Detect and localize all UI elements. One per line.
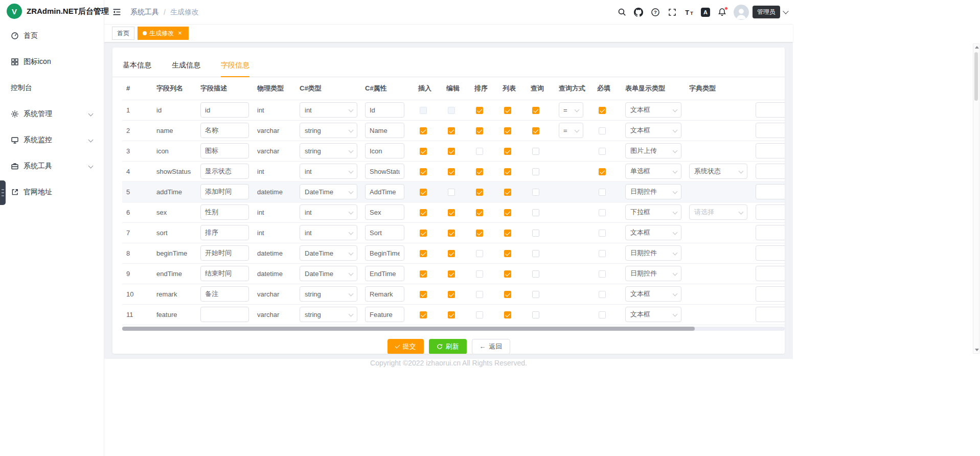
cs-type-select[interactable]: int bbox=[300, 164, 357, 179]
list-checkbox[interactable] bbox=[504, 189, 511, 196]
cs-type-select[interactable]: string bbox=[300, 123, 357, 138]
sort-checkbox[interactable] bbox=[476, 127, 483, 134]
desc-input[interactable] bbox=[200, 307, 249, 322]
font-size-icon[interactable]: TT bbox=[684, 7, 694, 17]
extra-input[interactable] bbox=[756, 204, 785, 220]
extra-input[interactable] bbox=[756, 102, 785, 118]
query-checkbox[interactable] bbox=[532, 168, 539, 175]
desc-input[interactable] bbox=[200, 204, 249, 220]
list-checkbox[interactable] bbox=[504, 291, 511, 298]
refresh-button[interactable]: 刷新 bbox=[429, 339, 467, 354]
desc-input[interactable] bbox=[200, 184, 249, 199]
cs-type-select[interactable]: int bbox=[300, 102, 357, 118]
html-type-select[interactable]: 日期控件 bbox=[625, 245, 681, 261]
vertical-scrollbar[interactable] bbox=[973, 43, 979, 354]
edit-checkbox[interactable] bbox=[448, 148, 455, 155]
sort-checkbox[interactable] bbox=[476, 189, 483, 196]
list-checkbox[interactable] bbox=[504, 148, 511, 155]
insert-checkbox[interactable] bbox=[420, 311, 427, 318]
required-checkbox[interactable] bbox=[599, 209, 606, 216]
sort-checkbox[interactable] bbox=[476, 209, 483, 216]
sort-checkbox[interactable] bbox=[476, 230, 483, 237]
sort-checkbox[interactable] bbox=[476, 291, 483, 298]
help-icon[interactable]: ? bbox=[650, 7, 660, 17]
edit-checkbox[interactable] bbox=[448, 230, 455, 237]
desc-input[interactable] bbox=[200, 225, 249, 240]
sort-checkbox[interactable] bbox=[476, 107, 483, 114]
desc-input[interactable] bbox=[200, 245, 249, 261]
cs-attr-input[interactable] bbox=[365, 143, 404, 158]
cs-type-select[interactable]: DateTime bbox=[300, 184, 357, 199]
html-type-select[interactable]: 下拉框 bbox=[625, 204, 681, 220]
dict-type-select[interactable]: 系统状态 bbox=[689, 164, 747, 179]
list-checkbox[interactable] bbox=[504, 250, 511, 257]
scroll-down-arrow[interactable] bbox=[975, 349, 979, 351]
cs-type-select[interactable]: DateTime bbox=[300, 245, 357, 261]
cs-attr-input[interactable] bbox=[365, 204, 404, 220]
cs-type-select[interactable]: DateTime bbox=[300, 266, 357, 281]
sidebar-item-home[interactable]: 首页 bbox=[0, 22, 104, 49]
settings-drawer-handle[interactable] bbox=[0, 180, 6, 205]
extra-input[interactable] bbox=[756, 184, 785, 199]
sidebar-item-system-tools[interactable]: 系统工具 bbox=[0, 153, 104, 179]
desc-input[interactable] bbox=[200, 143, 249, 158]
notification-bell-icon[interactable] bbox=[717, 7, 727, 17]
horizontal-scrollbar-thumb[interactable] bbox=[122, 327, 695, 331]
tab-gen-info[interactable]: 生成信息 bbox=[172, 61, 200, 77]
sidebar-item-system-admin[interactable]: 系统管理 bbox=[0, 101, 104, 127]
required-checkbox[interactable] bbox=[599, 148, 606, 155]
cs-attr-input[interactable] bbox=[365, 266, 404, 281]
edit-checkbox[interactable] bbox=[448, 291, 455, 298]
insert-checkbox[interactable] bbox=[420, 127, 427, 134]
cs-attr-input[interactable] bbox=[365, 164, 404, 179]
list-checkbox[interactable] bbox=[504, 311, 511, 318]
breadcrumb-item[interactable]: 系统工具 bbox=[130, 8, 159, 17]
cs-type-select[interactable]: string bbox=[300, 307, 357, 322]
edit-checkbox[interactable] bbox=[448, 127, 455, 134]
edit-checkbox[interactable] bbox=[448, 209, 455, 216]
query-checkbox[interactable] bbox=[532, 148, 539, 155]
sidebar-collapse-button[interactable] bbox=[111, 7, 122, 17]
query-checkbox[interactable] bbox=[532, 230, 539, 237]
html-type-select[interactable]: 文本框 bbox=[625, 123, 681, 138]
cs-attr-input[interactable] bbox=[365, 245, 404, 261]
edit-checkbox[interactable] bbox=[448, 270, 455, 278]
query-type-select[interactable]: = bbox=[559, 123, 583, 138]
search-icon[interactable] bbox=[617, 7, 627, 17]
query-checkbox[interactable] bbox=[532, 311, 539, 318]
insert-checkbox[interactable] bbox=[420, 250, 427, 257]
list-checkbox[interactable] bbox=[504, 127, 511, 134]
query-checkbox[interactable] bbox=[532, 107, 539, 114]
tag-active[interactable]: 生成修改 × bbox=[138, 27, 189, 40]
desc-input[interactable] bbox=[200, 286, 249, 302]
desc-input[interactable] bbox=[200, 123, 249, 138]
vertical-scrollbar-thumb[interactable] bbox=[974, 52, 978, 101]
extra-input[interactable] bbox=[756, 307, 785, 322]
list-checkbox[interactable] bbox=[504, 230, 511, 237]
insert-checkbox[interactable] bbox=[420, 168, 427, 175]
insert-checkbox[interactable] bbox=[420, 270, 427, 278]
desc-input[interactable] bbox=[200, 102, 249, 118]
sidebar-item-console[interactable]: 控制台 bbox=[0, 75, 104, 101]
cs-type-select[interactable]: int bbox=[300, 225, 357, 240]
list-checkbox[interactable] bbox=[504, 168, 511, 175]
html-type-select[interactable]: 日期控件 bbox=[625, 184, 681, 199]
query-checkbox[interactable] bbox=[532, 250, 539, 257]
desc-input[interactable] bbox=[200, 164, 249, 179]
required-checkbox[interactable] bbox=[599, 189, 606, 196]
sidebar-item-system-monitor[interactable]: 系统监控 bbox=[0, 127, 104, 153]
required-checkbox[interactable] bbox=[599, 127, 606, 134]
sort-checkbox[interactable] bbox=[476, 311, 483, 318]
cs-attr-input[interactable] bbox=[365, 102, 404, 118]
required-checkbox[interactable] bbox=[599, 168, 606, 175]
edit-checkbox[interactable] bbox=[448, 107, 455, 114]
cs-type-select[interactable]: int bbox=[300, 204, 357, 220]
user-menu[interactable]: 管理员 bbox=[734, 5, 788, 20]
cs-attr-input[interactable] bbox=[365, 184, 404, 199]
edit-checkbox[interactable] bbox=[448, 189, 455, 196]
html-type-select[interactable]: 日期控件 bbox=[625, 266, 681, 281]
cs-type-select[interactable]: string bbox=[300, 143, 357, 158]
fullscreen-icon[interactable] bbox=[667, 7, 677, 17]
query-checkbox[interactable] bbox=[532, 189, 539, 196]
cs-attr-input[interactable] bbox=[365, 307, 404, 322]
